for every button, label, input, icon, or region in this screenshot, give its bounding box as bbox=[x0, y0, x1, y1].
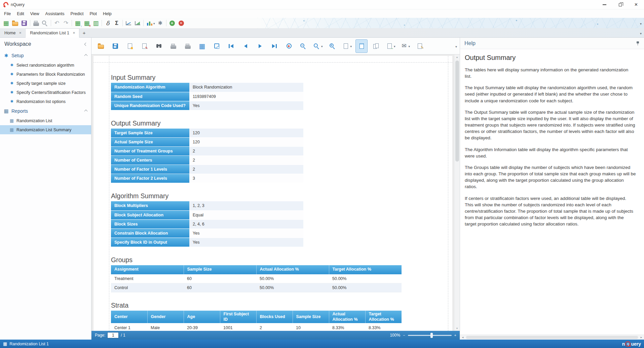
edit-columns-button[interactable] bbox=[91, 19, 100, 28]
tab-close-icon[interactable] bbox=[72, 31, 76, 35]
open-button[interactable] bbox=[11, 19, 20, 28]
table-cell: Male bbox=[147, 323, 184, 331]
design-report-button[interactable] bbox=[138, 39, 150, 53]
page-number-input[interactable] bbox=[107, 332, 119, 338]
zoom-increase-icon[interactable] bbox=[454, 333, 456, 338]
workspace-item-specify-target-sample-size[interactable]: Specify target sample size bbox=[0, 79, 91, 88]
workspace-item-parameters-for-block-randomization[interactable]: Parameters for Block Randomization bbox=[0, 70, 91, 79]
new-tab-button[interactable]: + bbox=[79, 28, 89, 37]
workspace-item-randomization-list[interactable]: Randomization List bbox=[0, 116, 91, 125]
workspace-item-select-randomization-algorithm[interactable]: Select randomization algorithm bbox=[0, 61, 91, 70]
print-button[interactable] bbox=[32, 19, 40, 28]
pin-icon[interactable] bbox=[636, 41, 640, 46]
next-page-button[interactable] bbox=[254, 39, 266, 53]
save-button[interactable] bbox=[20, 19, 29, 28]
search-button[interactable] bbox=[41, 19, 49, 28]
workspace-item-label: Specify Centers/Stratification Factors bbox=[16, 90, 86, 95]
zoom-out-button[interactable] bbox=[297, 39, 309, 53]
table-cell: 10 bbox=[293, 323, 329, 331]
row-value: 2 bbox=[189, 165, 303, 174]
delta-button[interactable] bbox=[103, 19, 112, 28]
section-setup[interactable]: Setup bbox=[0, 50, 91, 61]
report-section-strata: StrataCenterGenderAgeFirst Subject IDBlo… bbox=[111, 301, 442, 331]
zoom-decrease-icon[interactable] bbox=[403, 333, 405, 338]
menu-help[interactable]: Help bbox=[100, 10, 115, 18]
first-page-button[interactable] bbox=[225, 39, 237, 53]
zoom-level: 100% bbox=[390, 333, 400, 338]
bar-chart-button[interactable] bbox=[145, 19, 156, 28]
menu-file[interactable]: File bbox=[1, 10, 14, 18]
multi-page-view-button[interactable] bbox=[370, 39, 382, 53]
menu-view[interactable]: View bbox=[27, 10, 42, 18]
menu-assistants[interactable]: Assistants bbox=[42, 10, 68, 18]
page-label: Page: bbox=[95, 333, 105, 338]
restore-button[interactable] bbox=[612, 0, 628, 9]
append-table-button[interactable] bbox=[73, 19, 82, 28]
toolbar-overflow-button[interactable] bbox=[640, 21, 642, 26]
doc-properties-button[interactable] bbox=[124, 39, 136, 53]
find-button[interactable] bbox=[153, 39, 165, 53]
save-report-button[interactable] bbox=[109, 39, 121, 53]
fit-page-button[interactable] bbox=[211, 39, 223, 53]
grid-options-button[interactable] bbox=[196, 39, 208, 53]
row-label: Target Sample Size bbox=[111, 129, 189, 138]
minimize-button[interactable] bbox=[597, 0, 612, 9]
workspace-item-randomization-list-options[interactable]: Randomization list options bbox=[0, 97, 91, 106]
cancel-button[interactable] bbox=[177, 19, 186, 28]
add-button[interactable] bbox=[168, 19, 177, 28]
next-page-icon bbox=[256, 42, 264, 50]
close-button[interactable] bbox=[628, 0, 644, 9]
scroll-down-icon[interactable] bbox=[454, 326, 460, 331]
line-chart-button[interactable] bbox=[124, 19, 133, 28]
print-button[interactable] bbox=[167, 39, 179, 53]
tab-overflow-button[interactable] bbox=[640, 31, 642, 36]
sigma-button[interactable] bbox=[112, 19, 121, 28]
last-page-button[interactable] bbox=[268, 39, 280, 53]
page-margin-left bbox=[109, 56, 109, 331]
scroll-right-icon[interactable] bbox=[639, 335, 644, 340]
undo-button[interactable] bbox=[52, 19, 61, 28]
scroll-up-icon[interactable] bbox=[454, 55, 460, 60]
edit-page-button[interactable] bbox=[414, 39, 426, 53]
tab-close-icon[interactable] bbox=[18, 31, 22, 35]
section-reports[interactable]: Reports bbox=[0, 106, 91, 116]
area-chart-button[interactable] bbox=[133, 19, 142, 28]
zoom-slider-thumb[interactable] bbox=[430, 333, 433, 338]
settings-button[interactable] bbox=[156, 19, 165, 28]
scroll-left-icon[interactable] bbox=[460, 335, 465, 340]
delete-table-button[interactable] bbox=[82, 19, 91, 28]
status-label: Randomization List 1 bbox=[9, 342, 49, 346]
collapse-panel-icon[interactable] bbox=[84, 42, 88, 46]
document-toolbar-overflow-button[interactable] bbox=[455, 43, 457, 48]
page-setup-button[interactable] bbox=[341, 39, 353, 53]
zoom-in-button[interactable] bbox=[327, 39, 339, 53]
scrollbar-thumb[interactable] bbox=[466, 336, 638, 339]
help-panel: Help Output Summary The tables here will… bbox=[460, 38, 644, 340]
window-title: nQuery bbox=[11, 2, 25, 7]
single-page-view-button[interactable] bbox=[355, 39, 368, 53]
menu-plot[interactable]: Plot bbox=[86, 10, 100, 18]
zoom-button[interactable] bbox=[312, 39, 324, 53]
table-small-icon bbox=[9, 128, 14, 132]
document-vertical-scrollbar[interactable] bbox=[454, 55, 460, 331]
gear-small-icon bbox=[9, 90, 14, 95]
email-button[interactable] bbox=[399, 39, 412, 53]
menu-predict[interactable]: Predict bbox=[68, 10, 87, 18]
prev-page-button[interactable] bbox=[239, 39, 252, 53]
workspace-item-specify-centers-stratification-factors[interactable]: Specify Centers/Stratification Factors bbox=[0, 88, 91, 97]
tab-home[interactable]: Home bbox=[0, 28, 26, 37]
zoom-slider[interactable] bbox=[408, 335, 452, 336]
help-horizontal-scrollbar[interactable] bbox=[460, 335, 644, 340]
quick-print-button[interactable] bbox=[182, 39, 194, 53]
menu-edit[interactable]: Edit bbox=[14, 10, 27, 18]
tab-label: Randomization List 1 bbox=[30, 31, 69, 35]
workspace-item-randomization-list-summary[interactable]: Randomization List Summary bbox=[0, 125, 91, 134]
scrollbar-thumb[interactable] bbox=[455, 61, 459, 162]
tab-randomization-list-1[interactable]: Randomization List 1 bbox=[26, 28, 79, 38]
new-table-button[interactable] bbox=[2, 19, 10, 28]
open-button[interactable] bbox=[95, 39, 107, 53]
compass-button[interactable] bbox=[283, 39, 295, 53]
line-chart-icon bbox=[125, 20, 132, 27]
redo-button[interactable] bbox=[62, 19, 70, 28]
export-button[interactable] bbox=[384, 39, 397, 53]
